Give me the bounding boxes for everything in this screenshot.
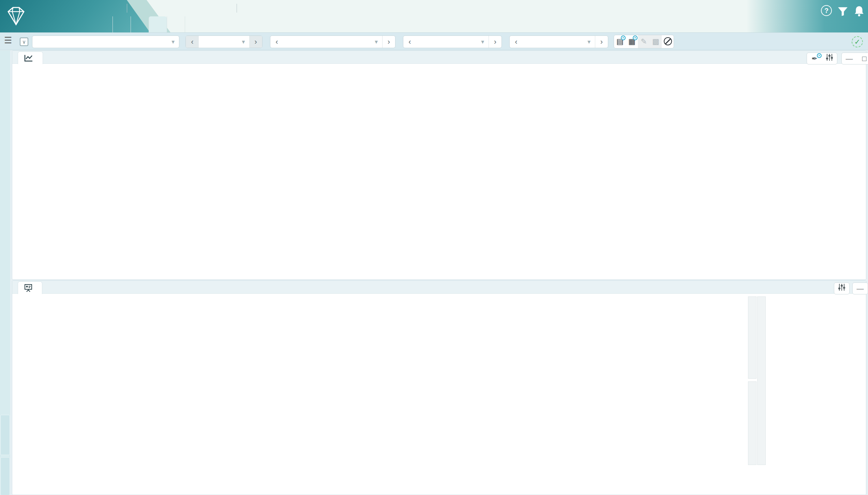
- calc-next-button[interactable]: ›: [382, 36, 395, 48]
- clear-selection-icon[interactable]: [662, 35, 674, 48]
- tab-quality[interactable]: [131, 16, 149, 32]
- measures-prev-button[interactable]: ‹: [510, 36, 523, 48]
- status-ytick-labels: [12, 296, 36, 467]
- help-icon[interactable]: ?: [821, 5, 832, 16]
- week-prev-button[interactable]: ‹: [186, 36, 199, 48]
- brush-icon[interactable]: ✒✕: [807, 53, 822, 64]
- menu-help[interactable]: [185, 2, 192, 14]
- status-panel: —: [12, 280, 866, 495]
- tab-dashboard[interactable]: [113, 16, 131, 32]
- layout-icon[interactable]: ▩: [650, 35, 662, 48]
- filter-funnel-icon[interactable]: [837, 6, 848, 17]
- board-chart-icon: [24, 284, 32, 292]
- divider: [237, 4, 237, 13]
- artifacts-next-button[interactable]: ›: [489, 36, 502, 48]
- tab-availability[interactable]: [167, 16, 185, 32]
- trend-window-group: — □: [841, 53, 868, 64]
- status-panel-header: —: [12, 281, 866, 294]
- left-sidebar: [0, 50, 10, 495]
- calc-selector: ‹ ▼ ›: [270, 35, 395, 48]
- trend-panel-header: ✒✕ — □: [12, 51, 866, 64]
- chevron-down-icon[interactable]: ▼: [167, 39, 179, 45]
- sidebar-tab-measures[interactable]: [0, 457, 10, 495]
- maximize-icon[interactable]: □: [857, 53, 868, 64]
- trend-tools-group: ✒✕: [807, 53, 837, 64]
- facet-outer-label: [757, 296, 766, 465]
- divider: [127, 4, 127, 13]
- filter-toolbar: ☰ ∨ ▼ ‹ ▼ › ‹ ▼ › ‹ ▼ › ‹ ▼ › ▤✕ ▦✕ ✎ ▩: [0, 32, 868, 50]
- scope-checkbox-icon[interactable]: ∨: [20, 38, 28, 46]
- chevron-down-icon[interactable]: ▼: [237, 39, 249, 45]
- trend-panel-tab[interactable]: [18, 52, 43, 64]
- main-nav-tabs: [113, 16, 185, 32]
- calc-prev-button[interactable]: ‹: [270, 36, 283, 48]
- facet-row-label: [748, 381, 757, 465]
- toolbar-icon-cluster: ▤✕ ▦✕ ✎ ▩: [614, 35, 674, 48]
- edit-selection-icon[interactable]: ✎: [638, 35, 650, 48]
- app-header: ?: [0, 0, 868, 32]
- chevron-down-icon[interactable]: ▼: [477, 39, 489, 45]
- sidebar-tab-artifacts[interactable]: [0, 415, 10, 455]
- settings-sliders-icon[interactable]: [822, 53, 837, 64]
- chevron-down-icon[interactable]: ▼: [370, 39, 382, 45]
- status-legend: [767, 290, 866, 481]
- menu-user[interactable]: [210, 2, 217, 14]
- diamond-logo-icon: [5, 7, 27, 26]
- chevron-down-icon[interactable]: ▼: [583, 39, 595, 45]
- hamburger-menu-icon[interactable]: ☰: [4, 35, 12, 46]
- time-range-field[interactable]: ▼: [32, 35, 179, 48]
- notifications-bell-icon[interactable]: [854, 5, 865, 16]
- status-chart-svg[interactable]: [38, 296, 747, 467]
- tab-data[interactable]: [149, 16, 167, 32]
- measures-next-button[interactable]: ›: [595, 36, 608, 48]
- artifacts-selector: ‹ ▼ ›: [403, 35, 502, 48]
- minimize-icon[interactable]: —: [842, 53, 857, 64]
- artifacts-prev-button[interactable]: ‹: [403, 36, 416, 48]
- week-next-button[interactable]: ›: [249, 36, 262, 48]
- menu-view[interactable]: [160, 2, 166, 14]
- status-ok-icon: ✓: [852, 36, 863, 47]
- trend-legend: [767, 63, 866, 278]
- trend-panel: ✒✕ — □: [12, 50, 866, 280]
- measure-filter-icon[interactable]: ▦✕: [626, 35, 638, 48]
- trend-chart-svg[interactable]: [26, 69, 779, 277]
- measures-selector: ‹ ▼ ›: [509, 35, 608, 48]
- status-panel-tab[interactable]: [18, 281, 42, 294]
- line-chart-icon: [24, 54, 33, 62]
- week-stepper: ‹ ▼ ›: [185, 35, 263, 48]
- trend-yaxis-labels: [12, 64, 25, 269]
- facet-row-label: [748, 296, 757, 379]
- artifact-filter-icon[interactable]: ▤✕: [614, 35, 626, 48]
- menu-file[interactable]: [135, 2, 142, 14]
